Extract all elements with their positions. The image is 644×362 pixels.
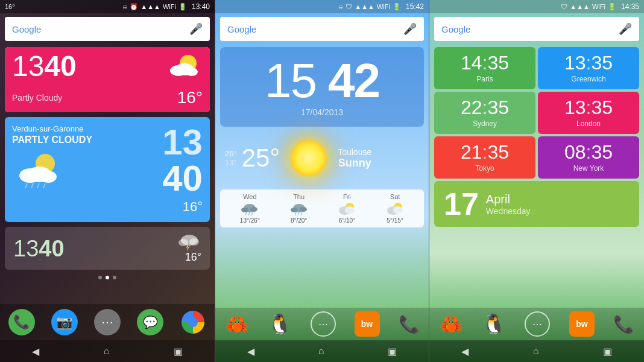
recents-btn-3[interactable]: ▣ [603, 346, 612, 357]
clock-hours-2: 15 [265, 54, 316, 107]
dock-3: 🦀 🐧 ⋯ bw 📞 [429, 308, 644, 340]
dock-app1-2[interactable]: 🦀 [225, 313, 249, 335]
battery-icon-3: 🔋 [608, 3, 616, 11]
dock-2: 🦀 🐧 ⋯ bw 📞 [215, 308, 429, 340]
clock-tile-sydney: 22:35 Sydney [434, 92, 535, 134]
cloud-sun-icon-1 [12, 150, 66, 189]
tile-city-tokyo: Tokyo [475, 164, 494, 173]
dot-2 [106, 276, 109, 279]
forecast-thu: Thu 8°/20° [290, 193, 308, 224]
nav-bar-3: ◀ ⌂ ▣ [429, 340, 644, 362]
sun-icon-2 [285, 134, 333, 182]
date-weekday-3: Wednesday [486, 206, 531, 216]
dock-hangouts-1[interactable]: 💬 [137, 309, 163, 335]
wifi-icon-3: WiFi [592, 3, 605, 10]
dock-phone-3[interactable]: 📞 [613, 314, 634, 334]
forecast-icon-sat [386, 202, 404, 215]
city-name-1: Verdun-sur-Garonne [12, 124, 157, 133]
recents-btn-1[interactable]: ▣ [174, 346, 183, 357]
temp-range-2: 26° 13° [225, 149, 237, 167]
search-bar-2[interactable]: Google 🎤 [220, 17, 424, 41]
status-bar-3: 🛡 ▲▲▲ WiFi 🔋 14:35 [429, 0, 644, 13]
minimal-temp-1: 16° [185, 251, 201, 264]
date-tile-3: 17 April Wednesday [434, 181, 639, 227]
date-month-3: April [486, 192, 531, 206]
temp-1: 16° [177, 88, 203, 107]
dock-apps-btn-3[interactable]: ⋯ [525, 311, 550, 337]
dock-app2-3[interactable]: 🐧 [482, 313, 506, 335]
signal-icon-2: ▲▲▲ [355, 3, 374, 10]
wifi-icon-1: WiFi [163, 3, 176, 10]
date-day-3: 17 [444, 188, 479, 220]
dock-apps-btn-2[interactable]: ⋯ [311, 311, 336, 337]
tile-city-london: London [576, 119, 601, 128]
dock-chrome-1[interactable] [180, 309, 206, 335]
dock-bw-3[interactable]: bw [569, 311, 595, 337]
dot-3 [113, 276, 116, 279]
google-logo-3: Google [441, 24, 470, 34]
clock-date-2: 17/04/2013 [230, 107, 414, 117]
date-text-3: April Wednesday [486, 192, 531, 216]
search-bar-3[interactable]: Google 🎤 [434, 17, 639, 41]
storm-icon [177, 233, 201, 251]
status-right-2: ⍾ 🛡 ▲▲▲ WiFi 🔋 15:42 [339, 2, 424, 11]
tile-city-paris: Paris [476, 75, 493, 83]
search-bar-1[interactable]: Google 🎤 [5, 17, 210, 41]
nav-bar-1: ◀ ⌂ ▣ [0, 340, 215, 362]
tile-time-sydney: 22:35 [461, 98, 509, 117]
signal-icon-1: ▲▲▲ [140, 3, 160, 10]
svg-line-26 [298, 212, 299, 215]
shield-icon-2: 🛡 [346, 3, 352, 10]
screen-2: ⍾ 🛡 ▲▲▲ WiFi 🔋 15:42 Google 🎤 15 42 17/0… [215, 0, 429, 362]
clock-grid-3: 14:35 Paris 13:35 Greenwich 22:35 Sydney… [434, 47, 639, 179]
minimal-weather-1: 16° [177, 233, 201, 264]
mic-icon-2[interactable]: 🎤 [403, 22, 417, 36]
forecast-bar-2: Wed 13°/26° Thu 8°/20° [220, 189, 424, 227]
screen-1: 16° ⍾ ⏰ ▲▲▲ WiFi 🔋 13:40 Google 🎤 1340 [0, 0, 215, 362]
dock-apps-1[interactable]: ⋯ [94, 309, 121, 335]
svg-point-18 [250, 207, 257, 212]
temp-high-2: 26° [225, 149, 237, 158]
battery-icon-2: 🔋 [393, 3, 401, 11]
weather-display-2: 26° 13° 25° Toulouse Sunny [215, 129, 429, 187]
weather-icon-1 [166, 52, 203, 80]
widget-bottom-1: Partly Cloudy 16° [5, 86, 210, 112]
widget-top-1: 1340 [5, 47, 210, 86]
dock-bw-2[interactable]: bw [355, 311, 380, 337]
back-btn-1[interactable]: ◀ [32, 346, 39, 357]
dock-phone-1[interactable]: 📞 [8, 309, 35, 335]
home-btn-1[interactable]: ⌂ [104, 346, 110, 357]
dot-1 [98, 276, 102, 279]
svg-line-11 [43, 183, 45, 188]
back-btn-2[interactable]: ◀ [247, 346, 254, 357]
home-btn-2[interactable]: ⌂ [318, 346, 324, 357]
dock-camera-1[interactable]: 📷 [51, 309, 78, 335]
dock-phone-2[interactable]: 📞 [399, 314, 420, 334]
weather-right-1: 13 40 16° [162, 124, 203, 215]
widget-minimal-1: 1340 16° [5, 227, 210, 270]
status-right-1: ⍾ ⏰ ▲▲▲ WiFi 🔋 13:40 [123, 2, 210, 11]
back-btn-3[interactable]: ◀ [461, 346, 469, 357]
mic-icon-1[interactable]: 🎤 [189, 22, 203, 36]
forecast-icon-wed [241, 202, 259, 215]
status-bar-1: 16° ⍾ ⏰ ▲▲▲ WiFi 🔋 13:40 [0, 0, 215, 13]
dock-app2-2[interactable]: 🐧 [268, 313, 292, 335]
mic-icon-3[interactable]: 🎤 [619, 22, 632, 36]
status-left-1: 16° [5, 3, 15, 10]
status-bar-2: ⍾ 🛡 ▲▲▲ WiFi 🔋 15:42 [215, 0, 429, 13]
svg-line-19 [245, 212, 247, 215]
recents-btn-2[interactable]: ▣ [388, 346, 397, 357]
dock-app1-3[interactable]: 🦀 [439, 313, 463, 335]
tile-time-london: 13:35 [564, 98, 613, 117]
svg-point-17 [241, 208, 248, 212]
dock-1: 📞 📷 ⋯ 💬 [0, 304, 215, 340]
svg-point-23 [291, 208, 298, 212]
clock-tile-london: 13:35 London [538, 92, 639, 134]
alarm-icon: ⏰ [130, 3, 138, 11]
battery-icon-1: 🔋 [178, 3, 187, 11]
svg-line-20 [248, 212, 250, 215]
weather-condition-2: Sunny [338, 157, 371, 170]
clock-tile-tokyo: 21:35 Tokyo [434, 136, 535, 179]
clock-tile-greenwich: 13:35 Greenwich [538, 47, 639, 89]
home-btn-3[interactable]: ⌂ [533, 346, 539, 357]
